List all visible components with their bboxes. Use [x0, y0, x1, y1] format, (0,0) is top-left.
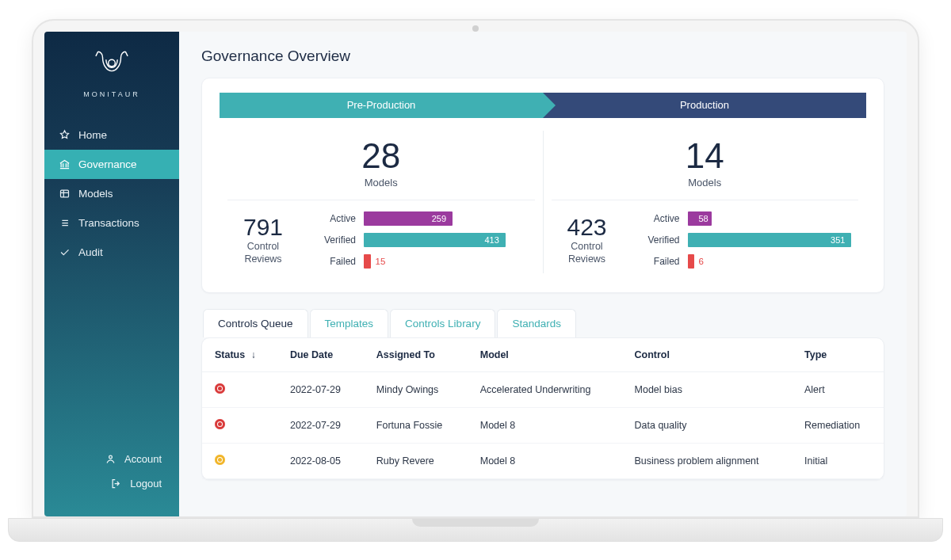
table-row[interactable]: 2022-07-29 Fortuna Fossie Model 8 Data q…: [202, 407, 884, 443]
tab-controls-queue[interactable]: Controls Queue: [203, 309, 308, 337]
models-label: Models: [552, 177, 859, 189]
models-count-pre: 28 Models: [227, 135, 535, 200]
reviews-row-pre: 791 Control Reviews Active 259: [227, 211, 535, 269]
cell-due: 2022-08-05: [277, 443, 364, 478]
primary-nav: Home Governance Models Transactions Audi…: [44, 120, 179, 447]
logout-icon: [110, 478, 122, 490]
bar-value: 259: [364, 211, 453, 226]
main-content: Governance Overview Pre-Production Produ…: [179, 32, 907, 516]
sidebar-item-models[interactable]: Models: [44, 179, 179, 208]
brand-logo-icon: [94, 71, 130, 85]
bar-verified: Verified 413: [315, 233, 535, 247]
sidebar-item-account[interactable]: Account: [44, 447, 179, 471]
cell-type: Alert: [792, 371, 884, 407]
sidebar-item-governance[interactable]: Governance: [44, 150, 179, 179]
bar-label: Verified: [639, 234, 680, 246]
col-assigned[interactable]: Assigned To: [364, 338, 468, 372]
bar-value: 58: [688, 211, 712, 226]
status-warn-icon: [215, 455, 225, 465]
bar-label: Active: [639, 213, 680, 224]
cell-model: Accelerated Underwriting: [468, 371, 622, 407]
cell-type: Initial: [792, 443, 884, 478]
models-number: 14: [552, 139, 859, 173]
reviews-label: Control Reviews: [552, 241, 623, 265]
sidebar-item-label: Models: [78, 188, 113, 200]
bar-label: Failed: [639, 256, 680, 267]
models-label: Models: [227, 177, 535, 189]
camera-notch: [472, 25, 479, 32]
models-count-prod: 14 Models: [552, 135, 859, 200]
status-error-icon: [215, 419, 225, 429]
phase-bar: Pre-Production Production: [220, 93, 866, 118]
sidebar-footer: Account Logout: [44, 447, 179, 516]
cell-type: Remediation: [792, 407, 884, 443]
tab-templates[interactable]: Templates: [310, 309, 389, 337]
cell-control: Model bias: [622, 371, 792, 407]
bar-failed: Failed 15: [315, 254, 535, 269]
reviews-number: 791: [227, 214, 299, 241]
sidebar-item-logout[interactable]: Logout: [44, 471, 179, 496]
phase-label: Production: [680, 99, 729, 111]
bar-value: 15: [376, 257, 386, 266]
tabs: Controls Queue Templates Controls Librar…: [201, 309, 884, 337]
col-type[interactable]: Type: [792, 338, 884, 372]
summary-col-pre: 28 Models 791 Control Reviews: [220, 131, 543, 273]
col-control[interactable]: Control: [622, 338, 792, 372]
bar-value: 351: [688, 233, 852, 247]
cell-assigned: Mindy Owings: [364, 371, 468, 407]
reviews-number: 423: [552, 214, 623, 241]
cell-due: 2022-07-29: [277, 371, 364, 407]
tab-standards[interactable]: Standards: [497, 309, 576, 337]
sidebar-item-label: Transactions: [78, 217, 139, 229]
bar-fill-failed: [688, 254, 694, 269]
summary-col-prod: 14 Models 423 Control Reviews: [543, 131, 867, 273]
sidebar-item-label: Logout: [130, 478, 162, 490]
page-title: Governance Overview: [201, 48, 884, 65]
cell-assigned: Fortuna Fossie: [364, 407, 468, 443]
sidebar-item-audit[interactable]: Audit: [44, 238, 179, 267]
laptop-mock: MONITAUR Home Governance Models Transa: [32, 19, 919, 518]
sidebar-item-label: Audit: [78, 246, 103, 258]
bar-fill-failed: [364, 254, 371, 269]
col-due[interactable]: Due Date: [277, 338, 364, 372]
col-status[interactable]: Status ↓: [202, 338, 277, 372]
svg-point-1: [109, 455, 113, 459]
check-icon: [59, 246, 71, 258]
bank-icon: [59, 158, 71, 170]
sidebar-item-transactions[interactable]: Transactions: [44, 208, 179, 238]
laptop-base: [8, 518, 943, 542]
table-row[interactable]: 2022-07-29 Mindy Owings Accelerated Unde…: [202, 371, 884, 407]
cell-control: Data quality: [622, 407, 792, 443]
reviews-bars-prod: Active 58 Verified 351: [639, 211, 859, 269]
phase-label: Pre-Production: [347, 99, 416, 111]
grid-icon: [59, 188, 71, 200]
bar-label: Failed: [315, 256, 356, 267]
status-error-icon: [215, 383, 225, 394]
table-row[interactable]: 2022-08-05 Ruby Revere Model 8 Business …: [202, 443, 884, 478]
sort-desc-icon: ↓: [251, 349, 256, 360]
star-icon: [59, 129, 71, 141]
col-model[interactable]: Model: [468, 338, 622, 372]
phase-preproduction[interactable]: Pre-Production: [220, 93, 543, 118]
models-number: 28: [227, 139, 535, 173]
sidebar-item-label: Account: [124, 453, 162, 465]
bar-value: 413: [364, 233, 506, 247]
tab-controls-library[interactable]: Controls Library: [390, 309, 495, 337]
bar-verified: Verified 351: [639, 233, 859, 247]
sidebar-item-label: Governance: [78, 158, 137, 170]
brand-block: MONITAUR: [44, 46, 179, 98]
sidebar-item-label: Home: [78, 129, 107, 141]
bar-label: Verified: [315, 234, 356, 246]
sidebar: MONITAUR Home Governance Models Transa: [44, 32, 179, 516]
summary-card: Pre-Production Production 28 Models: [201, 78, 884, 293]
bar-active: Active 58: [639, 211, 859, 226]
phase-production[interactable]: Production: [543, 93, 866, 118]
cell-control: Business problem alignment: [622, 443, 792, 478]
svg-rect-0: [61, 190, 69, 197]
sidebar-item-home[interactable]: Home: [44, 120, 179, 150]
cell-model: Model 8: [468, 443, 622, 478]
controls-table-card: Status ↓ Due Date Assigned To Model Cont…: [201, 337, 884, 480]
cell-model: Model 8: [468, 407, 622, 443]
app-screen: MONITAUR Home Governance Models Transa: [44, 32, 907, 516]
cell-assigned: Ruby Revere: [364, 443, 468, 478]
